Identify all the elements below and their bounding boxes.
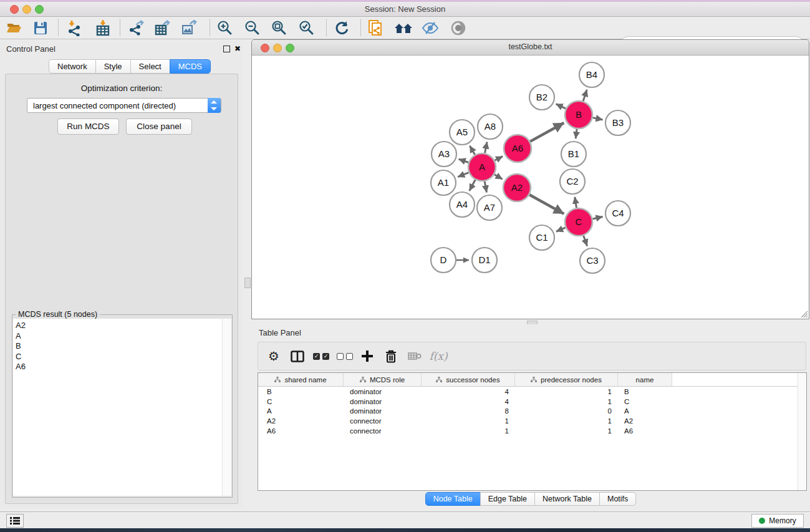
tab-mcds[interactable]: MCDS	[170, 59, 211, 74]
graph-node-C2[interactable]: C2	[560, 169, 585, 194]
graph-node-C3[interactable]: C3	[580, 248, 605, 273]
graph-edge-B-B4[interactable]	[583, 90, 587, 101]
graph-edge-B-B1[interactable]	[576, 129, 577, 138]
home-views-icon[interactable]	[394, 19, 413, 37]
table-cell[interactable]: 1	[515, 427, 618, 435]
graph-node-B2[interactable]: B2	[529, 85, 554, 110]
column-header-shared-name[interactable]: shared name	[258, 373, 344, 386]
window-resize-grip[interactable]	[800, 310, 808, 318]
graph-edge-A-A6[interactable]	[494, 157, 503, 161]
graph-edge-B-B3[interactable]	[593, 118, 603, 120]
table-cell[interactable]: 0	[515, 407, 618, 415]
table-cell[interactable]: 4	[422, 388, 515, 395]
mcds-result-item[interactable]: C	[16, 352, 223, 362]
tab-node-table[interactable]: Node Table	[425, 492, 481, 506]
table-cell[interactable]: dominator	[344, 388, 422, 395]
table-row[interactable]: Cdominator41C	[258, 397, 806, 407]
graph-node-B1[interactable]: B1	[561, 142, 586, 167]
graph-node-D[interactable]: D	[431, 248, 456, 273]
graph-node-D1[interactable]: D1	[472, 248, 497, 273]
graph-node-C[interactable]: C	[565, 208, 592, 236]
tab-style[interactable]: Style	[95, 59, 131, 74]
table-cell[interactable]: 1	[422, 417, 515, 425]
column-header-successor-nodes[interactable]: successor nodes	[422, 373, 515, 386]
network-window-titlebar[interactable]: testGlobe.txt	[252, 40, 809, 56]
graph-edge-A-A8[interactable]	[485, 142, 488, 153]
table-cell[interactable]: C	[618, 398, 672, 405]
column-header-predecessor-nodes[interactable]: predecessor nodes	[515, 373, 618, 386]
mcds-result-scrollbar[interactable]	[222, 319, 231, 496]
function-builder-icon[interactable]: f(x)	[429, 347, 448, 365]
table-cell[interactable]: 1	[515, 398, 618, 405]
tab-select[interactable]: Select	[130, 59, 170, 74]
graph-node-C1[interactable]: C1	[529, 225, 554, 250]
column-header-name[interactable]: name	[618, 373, 672, 386]
import-network-icon[interactable]	[65, 19, 84, 37]
graph-edge-A-A7[interactable]	[485, 181, 486, 193]
mcds-result-item[interactable]: A2	[16, 321, 223, 331]
table-cell[interactable]: dominator	[344, 398, 422, 405]
graph-edge-A6-B[interactable]	[530, 123, 564, 142]
table-cell[interactable]: 1	[422, 427, 515, 435]
deselect-all-icon[interactable]	[335, 347, 354, 365]
table-cell[interactable]: connector	[344, 427, 422, 435]
table-scrollbar[interactable]	[798, 373, 806, 490]
close-panel-button[interactable]: Close panel	[126, 118, 192, 135]
table-cell[interactable]: connector	[344, 417, 422, 425]
table-cell[interactable]: 1	[515, 417, 618, 425]
graph-node-A6[interactable]: A6	[504, 135, 531, 162]
graph-edge-C-C1[interactable]	[556, 228, 566, 231]
table-row[interactable]: Adominator80A	[258, 406, 806, 416]
mcds-result-list[interactable]: A2ABCA6	[13, 319, 223, 496]
table-cell[interactable]: B	[618, 388, 672, 395]
table-cell[interactable]: 1	[515, 388, 618, 395]
table-cell[interactable]: C	[258, 398, 344, 405]
graph-node-A[interactable]: A	[468, 153, 496, 181]
tab-motifs[interactable]: Motifs	[599, 492, 636, 506]
hide-panel-eye-icon[interactable]	[421, 19, 440, 37]
graph-node-A4[interactable]: A4	[450, 192, 475, 217]
export-network-icon[interactable]	[127, 19, 146, 37]
float-panel-icon[interactable]	[223, 46, 230, 52]
table-row[interactable]: A6connector11A6	[258, 426, 806, 436]
tab-edge-table[interactable]: Edge Table	[480, 492, 535, 506]
graph-node-A7[interactable]: A7	[477, 195, 502, 220]
graph-edge-B-B2[interactable]	[556, 104, 566, 109]
open-session-icon[interactable]	[5, 19, 24, 37]
graph-node-C4[interactable]: C4	[605, 201, 630, 226]
memory-button[interactable]: Memory	[751, 514, 804, 528]
add-column-icon[interactable]	[358, 347, 377, 365]
graph-edge-A-A4[interactable]	[470, 180, 475, 191]
table-cell[interactable]: A6	[618, 427, 672, 435]
select-all-icon[interactable]: ✓✓	[312, 347, 330, 365]
zoom-out-icon[interactable]	[243, 19, 262, 37]
mcds-result-item[interactable]: A	[16, 331, 223, 342]
table-cell[interactable]: 8	[422, 407, 515, 415]
graph-node-A1[interactable]: A1	[431, 170, 456, 195]
show-columns-icon[interactable]	[288, 347, 307, 365]
graph-node-A2[interactable]: A2	[503, 174, 531, 201]
window-titlebar[interactable]: Session: New Session	[0, 2, 810, 17]
graph-edge-A-A1[interactable]	[458, 173, 468, 177]
graph-edge-C-C2[interactable]	[575, 197, 577, 208]
table-row[interactable]: Bdominator41B	[258, 387, 806, 397]
zoom-fit-icon[interactable]	[270, 19, 289, 37]
criterion-dropdown[interactable]: largest connected component (directed)	[27, 98, 221, 113]
save-session-icon[interactable]	[31, 19, 50, 37]
mcds-result-item[interactable]: A6	[16, 362, 223, 372]
table-cell[interactable]: A	[258, 407, 344, 415]
table-cell[interactable]: A2	[618, 417, 672, 425]
column-header-MCDS-role[interactable]: MCDS role	[344, 373, 422, 386]
graph-edge-A-A3[interactable]	[459, 159, 469, 162]
graph-edge-C-C3[interactable]	[584, 236, 587, 246]
delete-table-icon[interactable]	[405, 347, 424, 365]
close-panel-icon[interactable]: ✖	[234, 45, 241, 52]
vertical-splitter[interactable]	[243, 39, 251, 508]
tab-network[interactable]: Network	[49, 59, 96, 74]
duplicate-network-icon[interactable]	[367, 19, 385, 37]
graph-edge-A-A5[interactable]	[470, 146, 475, 155]
graph-node-B[interactable]: B	[565, 101, 592, 128]
table-row[interactable]: A2connector11A2	[258, 416, 806, 426]
run-mcds-button[interactable]: Run MCDS	[57, 118, 119, 135]
mcds-result-item[interactable]: B	[16, 341, 223, 352]
